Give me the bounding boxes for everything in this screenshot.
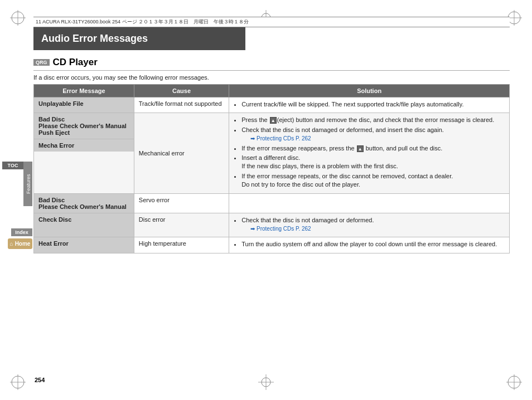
cause-cell: High temperature — [134, 237, 229, 253]
section-heading: QRG CD Player — [33, 57, 510, 71]
protecting-cds-link-2[interactable]: ➡ Protecting CDs P. 262 — [241, 226, 311, 232]
solution-cell — [229, 193, 510, 213]
col-header-solution: Solution — [229, 85, 510, 97]
toc-features-group: TOC Features — [2, 162, 32, 206]
cause-cell: Mechanical error — [134, 113, 229, 193]
cause-cell: Disc error — [134, 213, 229, 237]
qrg-badge[interactable]: QRG — [33, 59, 50, 66]
solution-cell: Turn the audio system off and allow the … — [229, 237, 510, 253]
error-message-cell: Heat Error — [34, 237, 134, 253]
error-msg-text: Bad DiscPlease Check Owner's Manual — [38, 197, 129, 210]
solution-item: Insert a different disc.If the new disc … — [241, 154, 505, 171]
file-info-bar: 11 ACURA RLX-31TY26000.book 254 ページ ２０１３… — [33, 17, 510, 27]
home-icon: ⌂ — [10, 241, 13, 247]
page-outer: TOC Features Index ⌂ Home 11 ACURA RLX-3… — [0, 0, 532, 400]
mecha-error-text: Mecha Error — [38, 142, 74, 149]
bad-disc-text: Bad DiscPlease Check Owner's ManualPush … — [38, 116, 127, 136]
page-number: 254 — [35, 377, 45, 383]
table-row: Bad DiscPlease Check Owner's Manual Serv… — [34, 193, 510, 213]
cause-cell: Servo error — [134, 193, 229, 213]
bad-disc-cell: Bad DiscPlease Check Owner's ManualPush … — [34, 113, 134, 139]
table-row: Bad DiscPlease Check Owner's ManualPush … — [34, 113, 510, 193]
index-badge[interactable]: Index — [11, 228, 32, 236]
eject-icon: ▲ — [270, 117, 277, 124]
error-message-cell: Unplayable File — [34, 97, 134, 113]
error-message-cell: Bad DiscPlease Check Owner's Manual — [34, 193, 134, 213]
error-msg-text: Unplayable File — [38, 100, 129, 107]
home-button[interactable]: ⌂ Home — [8, 238, 32, 249]
solution-cell: Press the ▲(eject) button and remove the… — [229, 113, 510, 193]
error-table: Error Message Cause Solution Unplayable … — [33, 84, 510, 253]
protecting-cds-link[interactable]: ➡ Protecting CDs P. 262 — [241, 135, 311, 142]
solution-item: If the error message repeats, or the dis… — [241, 172, 505, 189]
features-label: Features — [23, 162, 32, 206]
solution-cell: Current track/file will be skipped. The … — [229, 97, 510, 113]
eject-icon-2: ▲ — [357, 145, 364, 152]
left-sidebar: TOC Features Index ⌂ Home — [0, 17, 32, 383]
cause-cell: Track/file format not supported — [134, 97, 229, 113]
intro-text: If a disc error occurs, you may see the … — [33, 74, 510, 81]
error-msg-text: Check Disc — [38, 216, 129, 223]
title-bar: Audio Error Messages — [33, 27, 245, 50]
table-header-row: Error Message Cause Solution — [34, 85, 510, 97]
toc-section: TOC Features — [2, 162, 32, 206]
error-message-combined-cell: Bad DiscPlease Check Owner's ManualPush … — [34, 113, 134, 193]
error-message-cell: Check Disc — [34, 213, 134, 237]
section-title: CD Player — [53, 57, 98, 68]
toc-badge[interactable]: TOC — [2, 162, 23, 169]
solution-item: Press the ▲(eject) button and remove the… — [241, 116, 505, 124]
solution-item: If the error message reappears, press th… — [241, 144, 505, 153]
page-content: 11 ACURA RLX-31TY26000.book 254 ページ ２０１３… — [33, 17, 510, 383]
mecha-error-cell: Mecha Error — [34, 139, 134, 152]
solution-item: Current track/file will be skipped. The … — [241, 100, 505, 109]
col-header-error: Error Message — [34, 85, 134, 97]
home-label: Home — [15, 241, 31, 247]
solution-item: Check that the disc is not damaged or de… — [241, 216, 505, 233]
table-row: Heat Error High temperature Turn the aud… — [34, 237, 510, 253]
col-header-cause: Cause — [134, 85, 229, 97]
solution-cell: Check that the disc is not damaged or de… — [229, 213, 510, 237]
table-row: Check Disc Disc error Check that the dis… — [34, 213, 510, 237]
solution-item: Check that the disc is not damaged or de… — [241, 126, 505, 143]
error-msg-text: Heat Error — [38, 240, 129, 247]
solution-item: Turn the audio system off and allow the … — [241, 240, 505, 248]
table-row: Unplayable File Track/file format not su… — [34, 97, 510, 113]
